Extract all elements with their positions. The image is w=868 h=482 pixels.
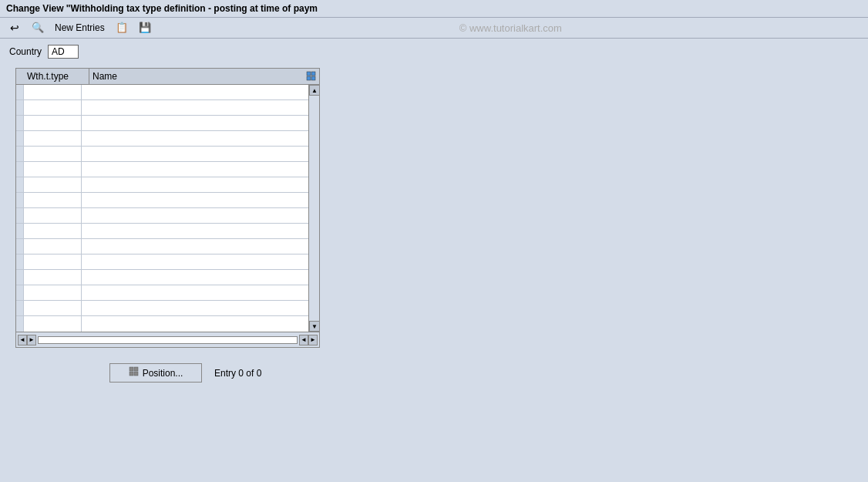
- svg-rect-0: [307, 72, 311, 76]
- svg-rect-7: [134, 372, 138, 376]
- svg-rect-2: [307, 76, 311, 80]
- table-row[interactable]: [16, 254, 308, 270]
- table-row[interactable]: [16, 131, 308, 147]
- bottom-bar: Position... Entry 0 of 0: [9, 363, 859, 383]
- h-scroll-right-arrow-1[interactable]: ►: [27, 335, 36, 345]
- toolbar: ↩ 🔍 New Entries 📋 💾 © www.tutorialkart.c…: [0, 18, 868, 39]
- col-name-header: Name: [89, 69, 304, 84]
- country-label: Country: [9, 46, 42, 57]
- col-wth-header: Wth.t.type: [24, 69, 89, 84]
- table-body-scroll: ▲ ▼: [16, 85, 319, 332]
- title-text: Change View "Withholding tax type defini…: [6, 3, 318, 14]
- h-scroll-track-1[interactable]: [38, 336, 298, 344]
- table-row[interactable]: [16, 100, 308, 116]
- scroll-down-arrow[interactable]: ▼: [309, 321, 320, 332]
- svg-rect-6: [130, 372, 133, 376]
- new-entries-button[interactable]: New Entries: [52, 22, 107, 34]
- position-button[interactable]: Position...: [109, 363, 202, 383]
- table-row[interactable]: [16, 301, 308, 316]
- h-scroll-left-arrow-1[interactable]: ◄: [18, 335, 27, 345]
- main-content: Country AD Wth.t.type Name: [0, 39, 868, 389]
- vertical-scrollbar[interactable]: ▲ ▼: [308, 85, 319, 332]
- table-row[interactable]: [16, 116, 308, 131]
- table-row[interactable]: [16, 224, 308, 239]
- table-row[interactable]: [16, 239, 308, 254]
- table-row[interactable]: [16, 147, 308, 162]
- table-row[interactable]: [16, 85, 308, 100]
- table-row[interactable]: [16, 285, 308, 301]
- svg-rect-1: [311, 72, 315, 76]
- title-bar: Change View "Withholding tax type defini…: [0, 0, 868, 18]
- search-icon: 🔍: [32, 22, 44, 34]
- save-icon: 💾: [139, 22, 151, 34]
- h-scroll-right-arrow-2[interactable]: ►: [308, 335, 318, 345]
- table-row[interactable]: [16, 162, 308, 177]
- column-settings-icon[interactable]: [304, 69, 319, 83]
- country-row: Country AD: [9, 45, 859, 59]
- country-value-field: AD: [48, 45, 79, 59]
- undo-icon: ↩: [8, 22, 21, 34]
- grid-settings-svg: [306, 71, 317, 82]
- table-rows-area: [16, 85, 308, 332]
- copy-button[interactable]: 📋: [113, 21, 130, 35]
- table-row[interactable]: [16, 193, 308, 208]
- search-button[interactable]: 🔍: [29, 21, 46, 35]
- svg-rect-4: [130, 367, 133, 371]
- country-value-text: AD: [52, 46, 65, 57]
- undo-button[interactable]: ↩: [6, 21, 23, 35]
- watermark: © www.tutorialkart.com: [160, 22, 862, 34]
- table-row[interactable]: [16, 316, 308, 332]
- position-btn-label: Position...: [143, 368, 183, 379]
- position-icon: [129, 366, 140, 379]
- h-scroll-left-arrow-2[interactable]: ◄: [299, 335, 308, 345]
- table-row[interactable]: [16, 270, 308, 285]
- scroll-up-arrow[interactable]: ▲: [309, 85, 320, 96]
- data-table: Wth.t.type Name: [15, 68, 320, 348]
- svg-rect-5: [134, 367, 138, 371]
- table-row[interactable]: [16, 208, 308, 224]
- entry-count: Entry 0 of 0: [214, 368, 261, 379]
- table-header: Wth.t.type Name: [16, 69, 319, 85]
- copy-icon: 📋: [116, 22, 128, 34]
- table-row[interactable]: [16, 177, 308, 193]
- new-entries-label: New Entries: [55, 22, 105, 33]
- svg-rect-3: [311, 76, 315, 80]
- table-footer: ◄ ► ◄ ►: [16, 332, 319, 347]
- save-button[interactable]: 💾: [136, 21, 153, 35]
